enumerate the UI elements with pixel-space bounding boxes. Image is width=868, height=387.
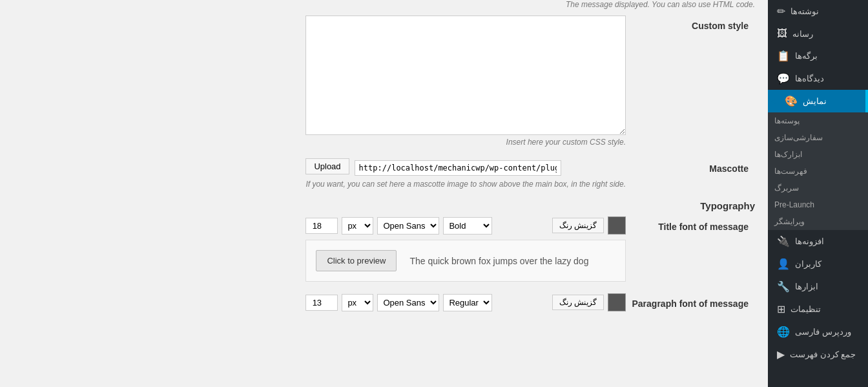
comments-icon: 💬 bbox=[777, 72, 790, 85]
insert-note: .Insert here your custom CSS style bbox=[305, 138, 626, 147]
sidebar-item-media[interactable]: رسانه 🖼 bbox=[768, 23, 868, 45]
sidebar-item-plugins[interactable]: افزونه‌ها 🔌 bbox=[768, 230, 868, 253]
sub-customize-label: سفارشی‌سازی bbox=[774, 133, 823, 142]
title-font-preview-box: Click to preview The quick brown fox jum… bbox=[305, 240, 626, 282]
media-label: رسانه bbox=[792, 29, 813, 39]
comments-label: دیدگاه‌ها bbox=[795, 74, 824, 83]
sub-themes-label: پوسته‌ها bbox=[774, 116, 800, 125]
mascotte-label: Mascotte bbox=[626, 158, 755, 174]
para-font-size-input[interactable] bbox=[305, 295, 338, 311]
title-font-controls: px em pt Open Sans Arial Roboto Bold Reg… bbox=[305, 216, 626, 235]
title-font-weight-select[interactable]: Bold Regular Light bbox=[443, 217, 492, 235]
sidebar: نوشته‌ها ✏ رسانه 🖼 برگه‌ها 📋 دیدگاه‌ها 💬… bbox=[768, 0, 868, 387]
title-font-unit-select[interactable]: px em pt bbox=[342, 217, 373, 235]
pages-icon: 📋 bbox=[777, 50, 790, 62]
para-color-swatch[interactable] bbox=[608, 293, 626, 311]
media-icon: 🖼 bbox=[777, 28, 787, 39]
title-font-family-select[interactable]: Open Sans Arial Roboto bbox=[377, 217, 439, 235]
users-icon: 👤 bbox=[777, 258, 790, 270]
sidebar-item-comments[interactable]: دیدگاه‌ها 💬 bbox=[768, 67, 868, 90]
custom-style-textarea[interactable] bbox=[305, 16, 626, 135]
posts-label: نوشته‌ها bbox=[790, 6, 819, 16]
sub-header-label: سربرگ bbox=[774, 183, 799, 193]
sidebar-item-users[interactable]: کاربران 👤 bbox=[768, 253, 868, 275]
title-font-size-input[interactable] bbox=[305, 218, 338, 234]
collapse-icon: ▶ bbox=[777, 348, 785, 361]
sub-item-themes[interactable]: پوسته‌ها bbox=[768, 112, 868, 129]
plugins-icon: 🔌 bbox=[777, 235, 790, 247]
main-content: .The message displayed. You can also use… bbox=[293, 0, 768, 387]
para-font-section: Paragraph font of message px em pt Open … bbox=[305, 293, 755, 317]
tools-label: ابزارها bbox=[795, 282, 818, 291]
click-preview-button[interactable]: Click to preview bbox=[316, 250, 397, 271]
sub-widgets-label: ابزارک‌ها bbox=[774, 150, 802, 159]
upload-button[interactable]: Upload bbox=[305, 158, 349, 174]
sub-item-customize[interactable]: سفارشی‌سازی bbox=[768, 129, 868, 146]
sub-prelaunch-label: Pre-Launch bbox=[774, 200, 814, 209]
sidebar-item-tools[interactable]: ابزارها 🔧 bbox=[768, 275, 868, 298]
sub-menus-label: فهرست‌ها bbox=[774, 167, 807, 176]
sidebar-item-appearance[interactable]: نمایش 🎨 bbox=[768, 90, 868, 112]
title-color-picker-button[interactable]: گزینش رنگ bbox=[552, 218, 604, 233]
pages-label: برگه‌ها bbox=[795, 51, 818, 61]
typography-heading: Typography bbox=[305, 200, 755, 211]
para-font-unit-select[interactable]: px em pt bbox=[342, 294, 373, 311]
para-font-family-select[interactable]: Open Sans Arial Roboto bbox=[377, 294, 439, 311]
mascotte-upload-row: Upload bbox=[305, 158, 626, 177]
sub-item-widgets[interactable]: ابزارک‌ها bbox=[768, 146, 868, 163]
mascotte-note: .If you want, you can set here a mascott… bbox=[305, 180, 626, 189]
appearance-label: نمایش bbox=[803, 96, 827, 106]
sub-editor-label: ویرایشگر bbox=[774, 217, 805, 226]
wp-persian-icon: 🌐 bbox=[777, 326, 790, 338]
sub-item-menus[interactable]: فهرست‌ها bbox=[768, 163, 868, 180]
wp-persian-label: وردپرس فارسی bbox=[795, 327, 851, 337]
title-font-content: px em pt Open Sans Arial Roboto Bold Reg… bbox=[305, 216, 626, 282]
custom-style-label: Custom style bbox=[626, 16, 755, 31]
settings-label: تنظیمات bbox=[790, 304, 821, 314]
sidebar-item-collapse[interactable]: جمع کردن فهرست ▶ bbox=[768, 343, 868, 366]
tools-icon: 🔧 bbox=[777, 280, 790, 293]
custom-style-content: .Insert here your custom CSS style bbox=[305, 16, 626, 147]
users-label: کاربران bbox=[795, 259, 822, 269]
preview-text: The quick brown fox jumps over the lazy … bbox=[409, 256, 588, 266]
appearance-submenu: پوسته‌ها سفارشی‌سازی ابزارک‌ها فهرست‌ها … bbox=[768, 112, 868, 230]
helper-text: .The message displayed. You can also use… bbox=[305, 0, 755, 9]
posts-icon: ✏ bbox=[777, 5, 785, 17]
sub-item-editor[interactable]: ویرایشگر bbox=[768, 213, 868, 230]
mascotte-section: Mascotte Upload .If you want, you can se… bbox=[305, 158, 755, 189]
sub-item-prelaunch[interactable]: Pre-Launch bbox=[768, 196, 868, 213]
title-font-label: Title font of message bbox=[626, 216, 755, 232]
title-font-section: Title font of message px em pt Open Sans… bbox=[305, 216, 755, 282]
para-font-content: px em pt Open Sans Arial Roboto Regular … bbox=[305, 293, 626, 317]
custom-style-section: Custom style .Insert here your custom CS… bbox=[305, 16, 755, 147]
sidebar-item-posts[interactable]: نوشته‌ها ✏ bbox=[768, 0, 868, 23]
sidebar-item-settings[interactable]: تنظیمات ⊞ bbox=[768, 298, 868, 320]
sidebar-item-wp-persian[interactable]: وردپرس فارسی 🌐 bbox=[768, 320, 868, 343]
para-font-weight-select[interactable]: Regular Bold Light bbox=[443, 294, 492, 311]
plugins-label: افزونه‌ها bbox=[795, 236, 824, 246]
mascotte-content: Upload .If you want, you can set here a … bbox=[305, 158, 626, 189]
mascotte-url-input[interactable] bbox=[355, 160, 561, 176]
para-font-label: Paragraph font of message bbox=[626, 293, 755, 309]
para-font-controls: px em pt Open Sans Arial Roboto Regular … bbox=[305, 293, 626, 311]
title-color-swatch[interactable] bbox=[608, 216, 626, 235]
collapse-label: جمع کردن فهرست bbox=[790, 350, 856, 359]
settings-icon: ⊞ bbox=[777, 303, 785, 315]
para-color-picker-button[interactable]: گزینش رنگ bbox=[552, 295, 604, 310]
sub-item-header[interactable]: سربرگ bbox=[768, 180, 868, 196]
sidebar-item-pages[interactable]: برگه‌ها 📋 bbox=[768, 45, 868, 67]
appearance-icon: 🎨 bbox=[785, 95, 798, 107]
